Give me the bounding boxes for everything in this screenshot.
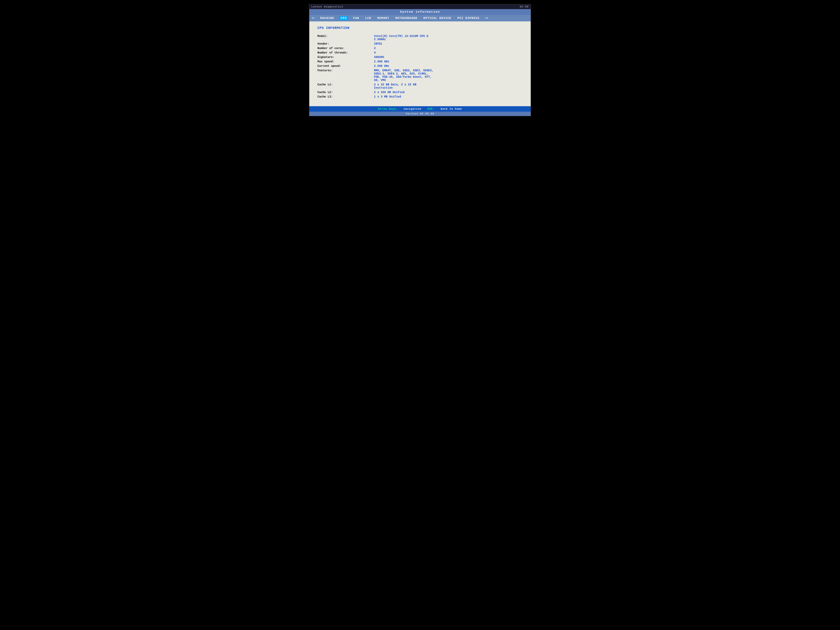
system-info-header: System information bbox=[309, 9, 531, 15]
esc-label: ESC: bbox=[428, 107, 434, 111]
nav-item-fan[interactable]: FAN bbox=[352, 16, 360, 20]
field-value-0: Intel(R) Core(TM) i5-3210M CPU @ 2.50GHz bbox=[370, 34, 523, 42]
version-bar: Version 02.09.09 bbox=[309, 112, 531, 116]
field-value-2: 2 bbox=[370, 46, 523, 51]
table-row: Number of threads:4 bbox=[317, 51, 523, 55]
field-value-10: 1 x 3 MB Unified bbox=[370, 95, 523, 99]
nav-item-lcd[interactable]: LCD bbox=[364, 16, 373, 20]
table-row: Features:MMX, EM64T, SSE, SSE2, SSE3, SS… bbox=[317, 68, 523, 82]
field-value-6: 2.500 GHz bbox=[370, 64, 523, 68]
field-label-0: Model: bbox=[317, 34, 370, 42]
status-bar: Arrow keys: navigation ESC: back to home bbox=[309, 106, 531, 112]
arrow-keys-value: navigation bbox=[404, 107, 422, 111]
field-value-9: 2 x 256 KB Unified bbox=[370, 90, 523, 95]
field-label-9: Cache L2: bbox=[317, 90, 370, 95]
nav-bar: <- MACHINECPUFANLCDMEMORYMOTHERBOARDOPTI… bbox=[309, 15, 531, 21]
esc-value: back to home bbox=[441, 107, 462, 111]
field-value-8: 2 x 32 KB Data, 2 x 32 KB Instruction bbox=[370, 82, 523, 90]
field-label-1: Vendor: bbox=[317, 42, 370, 46]
nav-item-memory[interactable]: MEMORY bbox=[376, 16, 390, 20]
table-row: Cache L3:1 x 3 MB Unified bbox=[317, 95, 523, 99]
field-label-8: Cache L1: bbox=[317, 82, 370, 90]
section-title: CPU INFORMATION bbox=[317, 26, 523, 30]
field-label-5: Max speed: bbox=[317, 59, 370, 64]
field-label-3: Number of threads: bbox=[317, 51, 370, 55]
nav-back[interactable]: <- bbox=[312, 17, 316, 20]
table-row: Current speed:2.500 GHz bbox=[317, 64, 523, 68]
field-label-2: Number of cores: bbox=[317, 46, 370, 51]
arrow-keys-label: Arrow keys: bbox=[378, 107, 398, 111]
field-value-1: INTEL bbox=[370, 42, 523, 46]
table-row: Vendor:INTEL bbox=[317, 42, 523, 46]
nav-forward[interactable]: -> bbox=[484, 17, 488, 20]
version-text: Version 02.09.09 bbox=[406, 112, 434, 115]
screen-wrapper: Lenovo diagnostics 02:00 System informat… bbox=[309, 4, 531, 116]
nav-item-optical-device[interactable]: OPTICAL DEVICE bbox=[422, 16, 453, 20]
field-value-7: MMX, EM64T, SSE, SSE2, SSE3, SSSE3, SSE4… bbox=[370, 68, 523, 82]
nav-item-pci-express[interactable]: PCI EXPRESS bbox=[456, 16, 481, 20]
title-bar: Lenovo diagnostics 02:00 bbox=[309, 5, 531, 9]
bottom-black-area bbox=[4, 116, 836, 157]
field-label-7: Features: bbox=[317, 68, 370, 82]
app-name: Lenovo diagnostics bbox=[311, 5, 343, 8]
table-row: Cache L1:2 x 32 KB Data, 2 x 32 KB Instr… bbox=[317, 82, 523, 90]
table-row: Number of cores:2 bbox=[317, 46, 523, 51]
nav-item-motherboard[interactable]: MOTHERBOARD bbox=[394, 16, 418, 20]
field-value-5: 2.500 GHz bbox=[370, 59, 523, 64]
time-display: 02:00 bbox=[520, 5, 529, 8]
table-row: Signature:306A9h bbox=[317, 55, 523, 59]
field-label-10: Cache L3: bbox=[317, 95, 370, 99]
info-table: Model:Intel(R) Core(TM) i5-3210M CPU @ 2… bbox=[317, 34, 523, 99]
content-area: CPU INFORMATION Model:Intel(R) Core(TM) … bbox=[309, 21, 531, 106]
field-label-4: Signature: bbox=[317, 55, 370, 59]
field-value-3: 4 bbox=[370, 51, 523, 55]
table-row: Max speed:2.500 GHz bbox=[317, 59, 523, 64]
field-value-4: 306A9h bbox=[370, 55, 523, 59]
table-row: Model:Intel(R) Core(TM) i5-3210M CPU @ 2… bbox=[317, 34, 523, 42]
nav-item-machine[interactable]: MACHINE bbox=[319, 16, 335, 20]
nav-item-cpu[interactable]: CPU bbox=[339, 16, 348, 20]
field-label-6: Current speed: bbox=[317, 64, 370, 68]
table-row: Cache L2:2 x 256 KB Unified bbox=[317, 90, 523, 95]
